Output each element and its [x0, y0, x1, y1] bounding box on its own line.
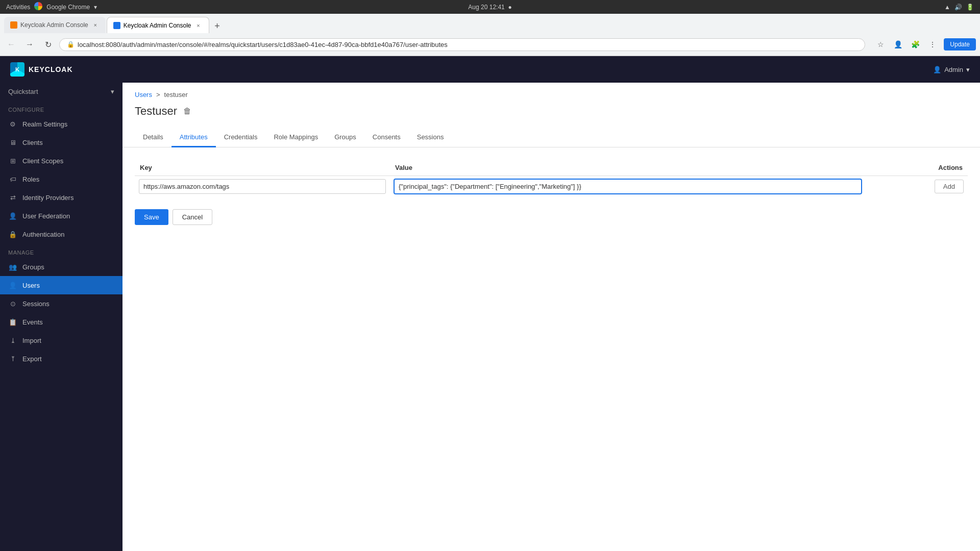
tab-groups[interactable]: Groups [326, 128, 364, 147]
sidebar-item-events[interactable]: 📋 Events [0, 313, 122, 331]
app-top-bar: K KEYCLOAK 👤 Admin ▾ [0, 56, 980, 83]
sidebar-label-user-federation: User Federation [22, 212, 70, 220]
more-button[interactable]: ⋮ [925, 37, 940, 52]
users-icon: 👤 [8, 281, 17, 290]
url-bar[interactable]: 🔒 localhost:8080/auth/admin/master/conso… [59, 38, 865, 51]
tab-2-favicon [113, 22, 120, 29]
roles-icon: 🏷 [8, 174, 17, 184]
volume-icon: 🔊 [954, 4, 962, 11]
back-button[interactable]: ← [4, 37, 18, 52]
col-header-value: Value [390, 160, 866, 176]
realm-settings-icon: ⚙ [8, 119, 17, 129]
browser-chrome: Keycloak Admin Console × Keycloak Admin … [0, 14, 980, 56]
os-system-icons: ▲ 🔊 🔋 [944, 4, 974, 11]
sidebar-item-clients[interactable]: 🖥 Clients [0, 133, 122, 152]
browser-tab-1[interactable]: Keycloak Admin Console × [4, 17, 106, 33]
tab-consents[interactable]: Consents [364, 128, 409, 147]
sidebar-item-sessions[interactable]: ⊙ Sessions [0, 294, 122, 313]
form-actions: Save Cancel [122, 209, 980, 225]
sidebar-item-roles[interactable]: 🏷 Roles [0, 170, 122, 188]
profile-button[interactable]: 👤 [891, 37, 905, 52]
activities-label[interactable]: Activities [6, 4, 30, 11]
realm-dropdown-icon: ▾ [111, 88, 114, 95]
keycloak-logo-icon: K [10, 62, 24, 77]
sidebar-label-identity-providers: Identity Providers [22, 194, 74, 202]
keycloak-title: KEYCLOAK [29, 65, 73, 73]
cancel-button[interactable]: Cancel [173, 209, 212, 225]
add-attribute-button[interactable]: Add [935, 180, 964, 193]
tab-2-label: Keycloak Admin Console [124, 22, 191, 29]
key-cell [135, 176, 390, 197]
breadcrumb: Users > testuser [135, 91, 968, 98]
save-button[interactable]: Save [135, 209, 168, 225]
tab-sessions[interactable]: Sessions [409, 128, 452, 147]
manage-section-label: Manage [0, 243, 122, 258]
lock-icon: 🔒 [67, 41, 75, 48]
sidebar-label-groups: Groups [22, 263, 44, 271]
tab-1-close[interactable]: × [91, 21, 100, 29]
chrome-icon [34, 2, 42, 12]
breadcrumb-separator: > [156, 91, 160, 98]
address-bar: ← → ↻ 🔒 localhost:8080/auth/admin/master… [0, 33, 980, 56]
tab-credentials[interactable]: Credentials [216, 128, 266, 147]
tab-2-close[interactable]: × [194, 21, 203, 30]
configure-section-label: Configure [0, 101, 122, 115]
groups-icon: 👥 [8, 262, 17, 271]
sidebar-item-realm-settings[interactable]: ⚙ Realm Settings [0, 115, 122, 133]
user-federation-icon: 👤 [8, 211, 17, 220]
forward-button[interactable]: → [22, 37, 37, 52]
os-datetime: Aug 20 12:41 ● [468, 4, 511, 11]
admin-user-icon: 👤 [933, 66, 941, 73]
breadcrumb-users-link[interactable]: Users [135, 91, 152, 98]
value-input[interactable] [394, 179, 862, 194]
delete-user-button[interactable]: 🗑 [183, 107, 191, 116]
sidebar-item-export[interactable]: ⤒ Export [0, 349, 122, 368]
browser-tab-2[interactable]: Keycloak Admin Console × [107, 17, 209, 33]
sidebar-label-roles: Roles [22, 176, 39, 183]
sidebar-label-realm-settings: Realm Settings [22, 120, 67, 128]
events-icon: 📋 [8, 317, 17, 327]
main-content: Users > testuser Testuser 🗑 Details Attr… [122, 83, 980, 551]
admin-arrow-icon: ▾ [966, 66, 970, 73]
admin-menu[interactable]: 👤 Admin ▾ [933, 66, 970, 73]
sidebar-label-clients: Clients [22, 139, 43, 146]
sidebar-item-client-scopes[interactable]: ⊞ Client Scopes [0, 152, 122, 170]
sidebar-label-export: Export [22, 355, 42, 363]
sidebar-item-identity-providers[interactable]: ⇄ Identity Providers [0, 188, 122, 207]
breadcrumb-current: testuser [164, 91, 188, 98]
sidebar-item-groups[interactable]: 👥 Groups [0, 258, 122, 276]
tab-details[interactable]: Details [135, 128, 172, 147]
sidebar-label-users: Users [22, 282, 40, 289]
table-row: Add [135, 176, 968, 197]
authentication-icon: 🔒 [8, 230, 17, 239]
browser-dropdown-icon[interactable]: ▾ [94, 4, 97, 11]
update-button[interactable]: Update [944, 38, 976, 51]
tabs-navigation: Details Attributes Credentials Role Mapp… [122, 128, 980, 147]
realm-selector[interactable]: Quickstart ▾ [0, 83, 122, 101]
attributes-table-section: Key Value Actions [122, 147, 980, 209]
sidebar-item-authentication[interactable]: 🔒 Authentication [0, 225, 122, 243]
tab-1-label: Keycloak Admin Console [20, 21, 88, 29]
bookmark-button[interactable]: ☆ [873, 37, 888, 52]
col-header-key: Key [135, 160, 390, 176]
admin-label: Admin [944, 66, 963, 73]
page-title-row: Testuser 🗑 [135, 105, 968, 118]
wifi-icon: ▲ [944, 4, 950, 11]
client-scopes-icon: ⊞ [8, 156, 17, 165]
tab-role-mappings[interactable]: Role Mappings [265, 128, 326, 147]
actions-cell: Add [866, 176, 968, 197]
reload-button[interactable]: ↻ [41, 37, 55, 52]
attributes-table: Key Value Actions [135, 160, 968, 197]
import-icon: ⤓ [8, 336, 17, 345]
extensions-button[interactable]: 🧩 [908, 37, 922, 52]
value-cell [390, 176, 866, 197]
sidebar-item-user-federation[interactable]: 👤 User Federation [0, 207, 122, 225]
realm-label: Quickstart [8, 88, 38, 95]
identity-providers-icon: ⇄ [8, 193, 17, 202]
new-tab-button[interactable]: + [210, 19, 225, 33]
sidebar-item-users[interactable]: 👤 Users [0, 276, 122, 294]
key-input[interactable] [139, 179, 386, 194]
tab-attributes[interactable]: Attributes [172, 128, 216, 147]
sidebar-item-import[interactable]: ⤓ Import [0, 331, 122, 349]
keycloak-logo: K KEYCLOAK [10, 62, 73, 77]
